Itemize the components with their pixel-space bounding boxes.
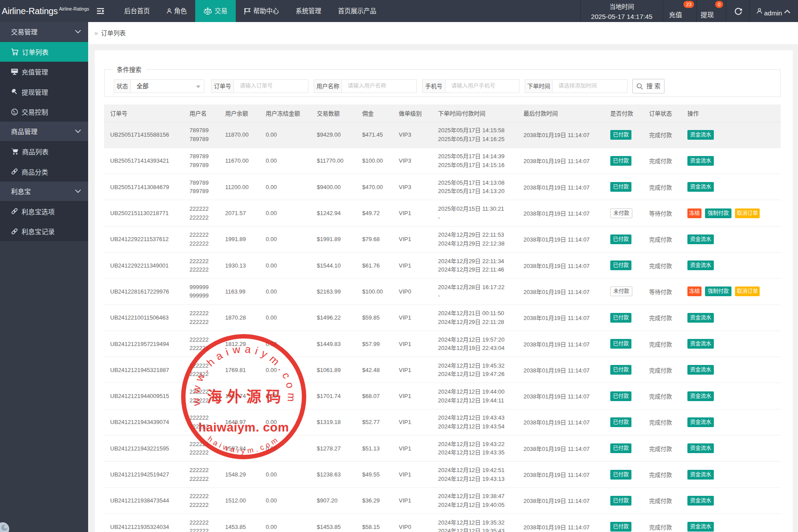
svg-text:海外源码: 海外源码 [207, 385, 286, 406]
svg-text:haiwaiym. com: haiwaiym. com [198, 420, 289, 434]
